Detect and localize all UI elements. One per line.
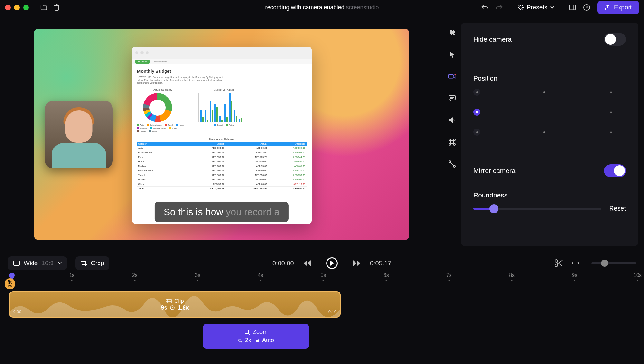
svg-rect-4 bbox=[451, 31, 453, 34]
camera-overlay[interactable] bbox=[45, 101, 113, 168]
spreadsheet-tab-inactive: Transactions bbox=[152, 60, 167, 63]
play-button[interactable] bbox=[326, 257, 338, 269]
position-top-right[interactable] bbox=[607, 89, 614, 96]
ruler-mark: 10s bbox=[633, 273, 642, 281]
position-bottom-center[interactable] bbox=[540, 129, 547, 136]
roundness-reset-button[interactable]: Reset bbox=[609, 205, 626, 212]
export-label: Export bbox=[614, 4, 632, 11]
timeline[interactable]: 2s 1s2s3s4s5s6s7s8s9s10s Clip 9s 1.6x 0:… bbox=[0, 273, 644, 364]
clip-start-time: 0:00 bbox=[13, 309, 21, 314]
zoom-mode: Auto bbox=[262, 337, 274, 344]
presets-dropdown[interactable]: Presets bbox=[517, 4, 554, 11]
clip-end-time: 0:10 bbox=[328, 309, 336, 314]
zoom-track[interactable]: Zoom 2x Auto bbox=[203, 324, 309, 349]
chart-bars-title: Budget vs. Actual bbox=[198, 88, 250, 91]
hide-camera-toggle[interactable] bbox=[604, 33, 626, 46]
play-icon bbox=[330, 261, 334, 266]
skip-back-icon[interactable] bbox=[302, 260, 311, 267]
bar-chart bbox=[198, 93, 250, 122]
cut-marker-label: 2s bbox=[8, 284, 12, 288]
table-row: EntertainmentAED 200.00AED 32.00AED 168.… bbox=[137, 150, 307, 155]
close-window-icon[interactable] bbox=[5, 5, 11, 10]
export-button[interactable]: Export bbox=[597, 1, 639, 14]
cursor-tool-icon[interactable] bbox=[448, 50, 456, 59]
position-top-left[interactable] bbox=[473, 89, 480, 96]
trash-icon[interactable] bbox=[53, 4, 60, 11]
camera-tool-icon[interactable] bbox=[448, 72, 456, 81]
presets-label: Presets bbox=[527, 4, 547, 11]
svg-point-14 bbox=[555, 264, 558, 267]
position-bottom-left[interactable] bbox=[473, 129, 480, 136]
table-row: OtherAED 50.00AED 60.00AED -10.00 bbox=[137, 182, 307, 187]
table-row: MedicalAED 100.00AED 35.00AED 65.00 bbox=[137, 164, 307, 168]
ruler-mark: 2s bbox=[132, 273, 137, 281]
ruler-mark: 3s bbox=[195, 273, 200, 281]
svg-point-13 bbox=[555, 260, 558, 262]
caption-spoken: So this is how bbox=[164, 206, 226, 217]
shortcuts-tool-icon[interactable] bbox=[448, 138, 456, 146]
audio-tool-icon[interactable] bbox=[448, 116, 456, 124]
fullscreen-window-icon[interactable] bbox=[23, 5, 29, 10]
table-row: UtilitiesAED 200.00AED 100.00AED 100.00 bbox=[137, 177, 307, 182]
cut-icon[interactable] bbox=[554, 259, 563, 267]
position-grid bbox=[473, 89, 626, 136]
current-time: 0:00.00 bbox=[272, 260, 294, 267]
summary-table: Category Budget Actual Difference AutoAE… bbox=[137, 142, 307, 191]
mirror-camera-toggle[interactable] bbox=[604, 164, 626, 177]
tool-rail bbox=[443, 15, 461, 254]
skip-forward-icon[interactable] bbox=[353, 260, 362, 267]
position-top-center[interactable] bbox=[540, 89, 547, 96]
doc-heading: Monthly Budget bbox=[137, 69, 307, 74]
roundness-slider[interactable] bbox=[473, 208, 601, 210]
time-ruler[interactable]: 1s2s3s4s5s6s7s8s9s10s bbox=[9, 273, 636, 284]
connections-tool-icon[interactable] bbox=[448, 160, 456, 168]
video-preview[interactable]: Budget Transactions Monthly Budget HOW T… bbox=[34, 29, 409, 240]
clip-track[interactable]: Clip 9s 1.6x 0:00 0:10 bbox=[9, 291, 341, 318]
table-row: TravelAED 500.00AED 350.00AED 150.00 bbox=[137, 173, 307, 177]
ruler-mark: 7s bbox=[446, 273, 452, 281]
position-middle-left[interactable] bbox=[473, 109, 480, 116]
timeline-zoom-slider[interactable] bbox=[591, 262, 636, 264]
ruler-mark: 8s bbox=[509, 273, 515, 281]
table-row: AutoAED 200.00AED 90.20AED 109.80 bbox=[137, 146, 307, 150]
waveform bbox=[10, 292, 340, 318]
ruler-mark: 4s bbox=[258, 273, 263, 281]
aspect-label: Wide bbox=[24, 260, 38, 267]
help-icon[interactable] bbox=[583, 4, 590, 11]
aspect-ratio-dropdown[interactable]: Wide 16:9 bbox=[8, 256, 67, 270]
captions-tool-icon[interactable] bbox=[448, 94, 456, 102]
spreadsheet-tab-active: Budget bbox=[135, 60, 150, 64]
lock-icon bbox=[256, 338, 260, 343]
minimize-window-icon[interactable] bbox=[14, 5, 20, 10]
zoom-icon bbox=[244, 330, 250, 335]
total-time: 0:05.17 bbox=[370, 260, 392, 267]
crop-icon bbox=[80, 260, 87, 266]
aspect-icon bbox=[13, 260, 20, 266]
position-middle-right[interactable] bbox=[607, 109, 614, 116]
svg-rect-5 bbox=[449, 74, 453, 78]
zoom-label: Zoom bbox=[253, 329, 268, 336]
folder-icon[interactable] bbox=[40, 4, 47, 11]
table-row: Personal ItemsAED 300.00AED 80.00AED 220… bbox=[137, 168, 307, 173]
ruler-mark: 6s bbox=[384, 273, 389, 281]
svg-point-23 bbox=[239, 339, 241, 341]
undo-icon[interactable] bbox=[481, 4, 488, 11]
svg-rect-22 bbox=[245, 330, 248, 333]
sidebar-toggle-icon[interactable] bbox=[569, 4, 576, 11]
chevron-down-icon bbox=[550, 6, 554, 9]
chart-donut-title: Actual Summary bbox=[137, 88, 189, 91]
playback-controls: Wide 16:9 Crop 0:00.00 0:05.17 bbox=[0, 254, 644, 273]
position-bottom-right[interactable] bbox=[607, 129, 614, 136]
fit-width-icon[interactable] bbox=[571, 260, 580, 266]
redo-icon[interactable] bbox=[496, 4, 503, 11]
donut-legend: Auto Entertainment Food Home Medical Per… bbox=[137, 124, 189, 132]
aspect-ratio-value: 16:9 bbox=[42, 260, 53, 267]
ruler-mark: 1s bbox=[69, 273, 75, 281]
ruler-mark: 5s bbox=[321, 273, 326, 281]
crop-button[interactable]: Crop bbox=[75, 256, 109, 270]
frame-tool-icon[interactable] bbox=[448, 28, 456, 37]
caption-upcoming: you record a bbox=[226, 206, 279, 217]
summary-table-title: Summary by Category bbox=[137, 138, 307, 140]
donut-chart bbox=[143, 93, 172, 122]
svg-rect-24 bbox=[256, 340, 259, 342]
